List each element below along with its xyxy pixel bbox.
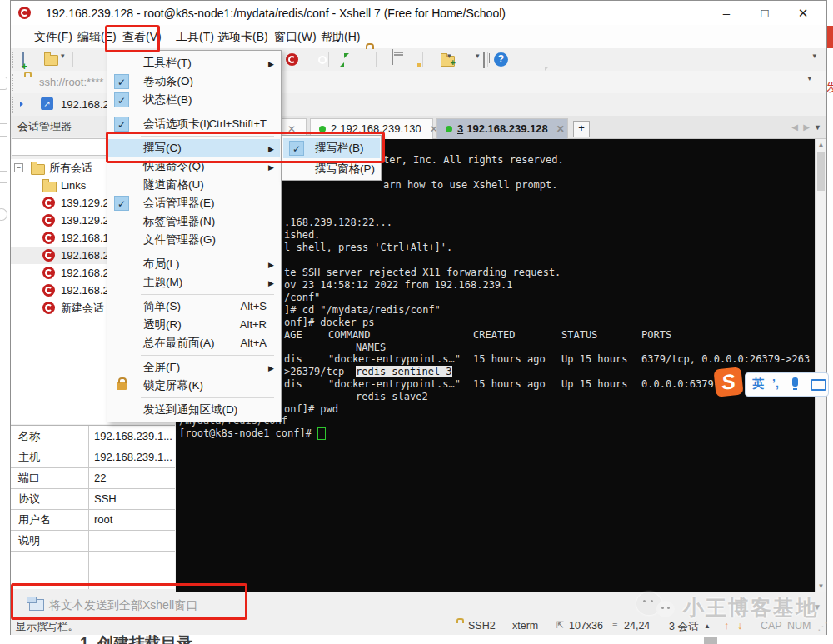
menu-窗口(W)[interactable]: 窗口(W) [269, 25, 322, 48]
menu-item-shortcut: Ctrl+Shift+T [209, 115, 267, 133]
menu-item-label: 标签管理器(N) [143, 212, 215, 231]
session-properties-table: 名称192.168.239.1...主机192.168.239.1...端口22… [11, 425, 175, 589]
tile-windows-icon[interactable] [483, 52, 485, 68]
property-value: SSH [94, 488, 117, 509]
scroll-top-icon[interactable]: ↑ [724, 620, 729, 632]
view-menu-item-简单(S)[interactable]: 简单(S)Alt+S [108, 297, 280, 316]
session-tab-192.168.239.128[interactable]: 3192.168.239.128✕ [436, 118, 568, 139]
tab-list-dropdown[interactable]: ▼ [814, 123, 821, 132]
view-menu-item-主题(M)[interactable]: 主题(M)▶ [108, 273, 280, 292]
terminal-text: dis [284, 353, 302, 365]
status-caps-lock: CAP [761, 620, 782, 632]
ime-mic-icon[interactable] [792, 377, 798, 387]
new-session-icon[interactable] [22, 52, 24, 68]
terminal-text: ter, Inc. All rights reserved. [383, 154, 564, 166]
menu-帮助(H)[interactable]: 帮助(H) [316, 25, 365, 48]
help-icon[interactable]: ? [494, 52, 508, 67]
background-page-bottom: 1. 创建挂载目录 [0, 635, 833, 644]
terminal-selected-text: redis-sentinel-3 [356, 366, 452, 377]
menu-item-label: 状态栏(B) [143, 91, 192, 109]
session-count-caret-icon[interactable]: ▲ [704, 622, 711, 630]
property-label: 用户名 [18, 509, 51, 530]
session-icon [42, 232, 55, 244]
maximize-button[interactable]: □ [746, 1, 783, 25]
terminal-text: /conf" [284, 292, 320, 303]
new-folder-dropdown[interactable]: ▾ [447, 52, 451, 60]
ime-language-toggle[interactable]: 英 [752, 377, 764, 392]
tab-number: 3 [457, 122, 463, 135]
view-menu-item-透明(R)[interactable]: 透明(R)Alt+R [108, 316, 280, 334]
terminal-text: .168.239.128:22... [284, 217, 392, 228]
annotation-box-view-menu [105, 25, 160, 52]
submenu-arrow-icon: ▶ [268, 55, 274, 73]
view-menu-item-全屏(F)[interactable]: 全屏(F)▶ [108, 358, 280, 377]
open-folder-icon[interactable] [44, 55, 58, 66]
tab-close-icon[interactable]: ✕ [556, 123, 565, 135]
view-menu-item-卷动条(O)[interactable]: ✓卷动条(O) [108, 72, 280, 91]
tab-scroll-left-icon[interactable]: ◀ [791, 122, 798, 132]
status-cursor-position: 24,24 [624, 620, 650, 632]
checkmark-icon: ✓ [114, 117, 129, 132]
background-red-block [827, 26, 833, 48]
checkmark-icon: ✓ [114, 196, 129, 211]
view-menu-item-工具栏(T)[interactable]: 工具栏(T)▶ [108, 54, 280, 72]
status-terminal-type[interactable]: xterm [512, 620, 538, 632]
view-menu-item-隧道窗格(U)[interactable]: 隧道窗格(U) [108, 176, 280, 194]
menu-item-label: 主题(M) [143, 273, 182, 292]
wechat-icon-small [656, 601, 675, 617]
view-menu-item-标签管理器(N)[interactable]: 标签管理器(N) [108, 212, 280, 231]
property-label: 主机 [18, 447, 40, 467]
tree-expander-icon[interactable]: − [14, 163, 23, 172]
ime-punctuation-toggle[interactable]: ’, [772, 377, 779, 390]
session-label: 192.168.1. [61, 229, 112, 247]
terminal-text: >26379/tcp [284, 366, 344, 377]
launch-icon[interactable]: ↗ [41, 97, 53, 110]
close-button[interactable]: ✕ [785, 1, 821, 25]
ime-keyboard-icon[interactable] [811, 379, 826, 391]
view-menu-item-会话选项卡(I)[interactable]: ✓会话选项卡(I)Ctrl+Shift+T [108, 115, 280, 133]
terminal-text: onf]# docker ps [284, 317, 374, 328]
view-menu-item-总在最前面(A)[interactable]: 总在最前面(A)Alt+A [108, 334, 280, 352]
terminal-text: dis [284, 378, 302, 390]
sogou-logo-icon[interactable]: S [713, 367, 743, 397]
new-tab-button[interactable]: + [573, 121, 590, 137]
menu-item-label: 布局(L) [143, 255, 180, 273]
scroll-down-icon[interactable]: ▼ [816, 582, 826, 590]
open-folder-dropdown[interactable]: ▾ [61, 52, 65, 60]
minimize-button[interactable]: – [708, 1, 745, 25]
menu-文件(F)[interactable]: 文件(F) [29, 25, 77, 48]
status-session-count[interactable]: 3 会话 [669, 620, 698, 634]
menu-item-label: 全屏(F) [143, 358, 180, 377]
property-row-主机: 主机192.168.239.1... [11, 447, 175, 468]
address-dropdown[interactable]: ▾ [807, 74, 811, 82]
submenu-arrow-icon: ▶ [268, 256, 274, 274]
menu-选项卡(B)[interactable]: 选项卡(B) [212, 25, 273, 48]
resize-grip[interactable]: ⋰ [817, 620, 828, 632]
view-menu-panel: 工具栏(T)▶✓卷动条(O)✓状态栏(B)✓会话选项卡(I)Ctrl+Shift… [107, 50, 282, 422]
scroll-up-icon[interactable]: ▲ [816, 141, 826, 148]
property-label: 名称 [18, 426, 40, 447]
view-menu-item-状态栏(B)[interactable]: ✓状态栏(B) [108, 91, 280, 109]
toolbar-overflow-dropdown[interactable]: ▾ [812, 52, 816, 60]
session-label: 所有会话 [49, 159, 92, 177]
view-menu-item-会话管理器(E)[interactable]: ✓会话管理器(E) [108, 194, 280, 212]
menu-item-label: 工具栏(T) [143, 54, 192, 72]
terminal-text: 15 hours ago [473, 353, 546, 365]
tab-scroll-right-icon[interactable]: ▶ [803, 122, 810, 132]
virtual-keyboard-icon[interactable] [392, 49, 393, 65]
address-input[interactable]: ssh://root:**** [39, 76, 103, 88]
xshell-logo-icon[interactable] [286, 53, 298, 66]
view-menu-item-布局(L)[interactable]: 布局(L)▶ [108, 255, 280, 273]
view-menu-item-锁定屏幕(K)[interactable]: 锁定屏幕(K) [108, 377, 280, 395]
xshell-logo-icon [18, 7, 31, 19]
background-glyph [0, 123, 7, 137]
checkmark-icon: ✓ [114, 92, 129, 107]
view-menu-item-发送到通知区域(D)[interactable]: 发送到通知区域(D) [108, 401, 280, 419]
status-hint: 显示撰写栏。 [16, 620, 78, 634]
terminal-scrollbar[interactable]: ▲ ▼ [815, 139, 826, 592]
view-menu-item-文件管理器(G)[interactable]: 文件管理器(G) [108, 231, 280, 249]
terminal-text: te SSH server rejected X11 forwarding re… [284, 267, 561, 278]
scrollbar-thumb[interactable] [817, 152, 825, 191]
scroll-bottom-icon[interactable]: ↓ [737, 620, 742, 632]
tile-windows-dropdown[interactable]: ▾ [476, 52, 480, 60]
